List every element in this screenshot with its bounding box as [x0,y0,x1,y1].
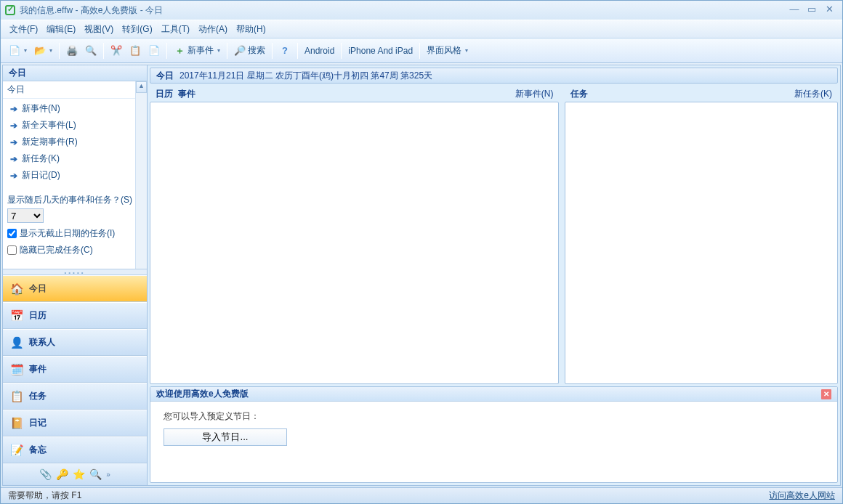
arrow-icon: ➔ [10,154,17,164]
android-button[interactable]: Android [301,42,338,60]
website-link[interactable]: 访问高效e人网站 [769,489,835,502]
chk-no-deadline[interactable] [7,229,17,238]
home-icon: 🏠 [10,283,23,296]
scroll-up-icon[interactable]: ▲ [136,81,147,93]
new-event-label: 新事件 [187,44,214,57]
window-title: 我的信息.effw - 高效e人免费版 - 今日 [20,4,163,17]
preview-icon: 🔍 [85,45,97,57]
new-event-link[interactable]: 新事件(N) [515,88,554,100]
nav-today[interactable]: 🏠今日 [3,275,147,302]
favorites-icon[interactable]: ⭐ [73,468,85,480]
show-days-label: 显示随后几天的事件和任务？(S) [7,194,142,206]
nav-calendar[interactable]: 📅日历 [3,302,147,329]
arrow-icon: ➔ [10,121,17,131]
menu-file[interactable]: 文件(F) [5,22,42,37]
search-mini-icon[interactable]: 🔍 [89,468,102,480]
sidebar-link-new-recurring[interactable]: ➔新定期事件(R) [3,134,147,150]
sidebar-scrollbar[interactable]: ▲ [135,81,147,269]
search-button[interactable]: 🔎搜索 [230,42,269,60]
sidebar: 今日 今日 ➔新事件(N) ➔新全天事件(L) ➔新定期事件(R) ➔新任务(K… [3,65,148,485]
contacts-icon: 👤 [10,336,23,349]
app-icon [5,5,15,15]
help-icon: ? [279,45,291,57]
today-label: 今日 [156,70,174,82]
close-icon[interactable]: ✕ [821,389,831,399]
copy-button[interactable]: 📋 [126,42,145,60]
welcome-title: 欢迎使用高效e人免费版 [156,388,249,400]
tasks-list [565,102,838,384]
nav-diary[interactable]: 📔日记 [3,410,147,436]
arrow-icon: ➔ [10,171,17,181]
menu-edit[interactable]: 编辑(E) [42,22,80,37]
nav-contacts[interactable]: 👤联系人 [3,329,147,356]
events-icon: 🗓️ [10,363,23,376]
events-label: 事件 [178,88,195,100]
sidebar-link-new-event[interactable]: ➔新事件(N) [3,100,147,117]
statusbar: 需要帮助，请按 F1 访问高效e人网站 [1,487,842,503]
menu-action[interactable]: 动作(A) [194,22,232,37]
sidebar-bottom-icons: 📎 🔑 ⭐ 🔍 » [3,463,147,485]
import-holidays-button[interactable]: 导入节日... [164,428,287,446]
calendar-icon: 📅 [10,309,23,322]
style-button[interactable]: 界面风格▾ [423,42,472,60]
titlebar: 我的信息.effw - 高效e人免费版 - 今日 — ▭ ✕ [1,1,842,20]
more-icon[interactable]: » [106,471,110,479]
print-icon: 🖨️ [66,45,78,57]
search-label: 搜索 [248,44,265,57]
sidebar-gripper[interactable]: ••••• [3,269,147,275]
help-button[interactable]: ? [275,42,294,60]
maximize-button[interactable]: ▭ [803,4,820,17]
arrow-icon: ➔ [10,104,17,114]
sidebar-header: 今日 [3,65,147,81]
days-select[interactable]: 7 [7,208,44,223]
preview-button[interactable]: 🔍 [81,42,100,60]
welcome-panel: 欢迎使用高效e人免费版 ✕ 您可以导入预定义节日： 导入节日... [150,386,838,483]
menubar: 文件(F) 编辑(E) 视图(V) 转到(G) 工具(T) 动作(A) 帮助(H… [1,20,842,38]
new-event-button[interactable]: ＋新事件▾ [170,42,224,60]
sidebar-link-new-diary[interactable]: ➔新日记(D) [3,167,147,184]
open-button[interactable]: 📂▾ [31,42,56,60]
nav-notes[interactable]: 📝备忘 [3,436,147,463]
nav-events[interactable]: 🗓️事件 [3,356,147,383]
notes-icon: 📝 [10,444,23,457]
arrow-icon: ➔ [10,137,17,147]
menu-goto[interactable]: 转到(G) [118,22,156,37]
key-icon[interactable]: 🔑 [56,468,68,480]
sidebar-link-new-allday[interactable]: ➔新全天事件(L) [3,117,147,134]
new-task-link[interactable]: 新任务(K) [794,88,832,100]
main-area: 今日 2017年11月21日 星期二 农历丁酉年(鸡)十月初四 第47周 第32… [148,65,840,485]
chk-hide-done[interactable] [7,245,17,255]
diary-icon: 📔 [10,417,23,430]
date-bar: 今日 2017年11月21日 星期二 农历丁酉年(鸡)十月初四 第47周 第32… [150,68,838,84]
app-window: 我的信息.effw - 高效e人免费版 - 今日 — ▭ ✕ 文件(F) 编辑(… [0,0,843,504]
file-icon: 📄 [9,45,20,57]
paste-button[interactable]: 📄 [145,42,164,60]
minimize-button[interactable]: — [786,4,803,17]
plus-icon: ＋ [174,45,185,57]
events-list [150,102,559,384]
attachment-icon[interactable]: 📎 [39,468,52,480]
iphone-button[interactable]: iPhone And iPad [344,42,416,60]
menu-help[interactable]: 帮助(H) [232,22,270,37]
print-button[interactable]: 🖨️ [62,42,81,60]
new-file-button[interactable]: 📄▾ [5,42,31,60]
tasks-panel: 任务 新任务(K) [565,86,838,384]
menu-view[interactable]: 视图(V) [80,22,118,37]
nav-tasks[interactable]: 📋任务 [3,383,147,410]
tasks-label: 任务 [570,88,588,100]
toolbar: 📄▾ 📂▾ 🖨️ 🔍 ✂️ 📋 📄 ＋新事件▾ 🔎搜索 ? Android iP… [1,38,842,63]
cut-icon: ✂️ [110,45,122,57]
status-help: 需要帮助，请按 F1 [8,489,81,502]
welcome-text: 您可以导入预定义节日： [164,410,824,423]
calendar-events-panel: 日历 事件 新事件(N) [150,86,559,384]
search-icon: 🔎 [234,45,246,57]
calendar-label: 日历 [156,88,173,100]
folder-open-icon: 📂 [34,45,46,57]
close-button[interactable]: ✕ [820,4,838,17]
date-text: 2017年11月21日 星期二 农历丁酉年(鸡)十月初四 第47周 第325天 [180,70,432,82]
menu-tools[interactable]: 工具(T) [157,22,194,37]
sidebar-link-new-task[interactable]: ➔新任务(K) [3,150,147,167]
paste-icon: 📄 [148,45,160,57]
tasks-icon: 📋 [10,390,23,403]
cut-button[interactable]: ✂️ [107,42,126,60]
